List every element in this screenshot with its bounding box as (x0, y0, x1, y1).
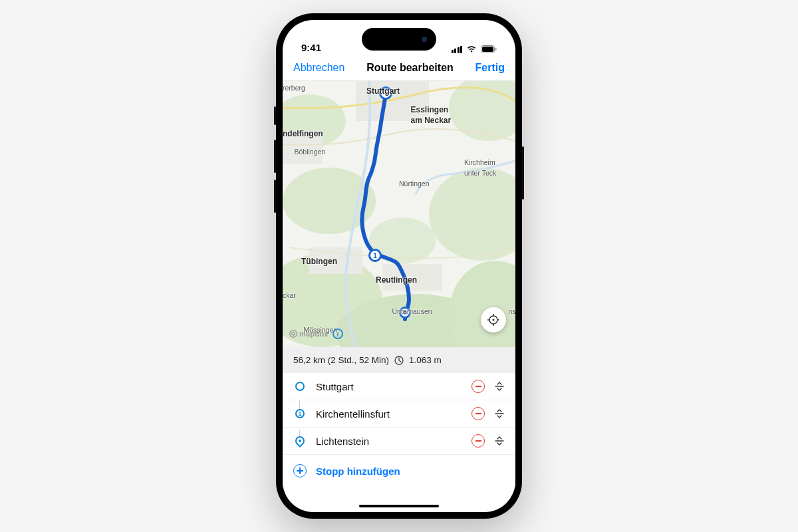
map-label-kirchheim1: Kirchheim (464, 158, 495, 166)
page-title: Route bearbeiten (366, 62, 454, 74)
stop-name: Kirchentellinsfurt (316, 408, 462, 420)
drag-handle-icon[interactable] (494, 409, 505, 418)
stop-name: Lichtenstein (316, 436, 462, 447)
map-label-esslingen1: Esslingen (411, 105, 449, 114)
map-label-sindelfingen: ndelfingen (283, 129, 323, 138)
wifi-icon (466, 45, 477, 53)
svg-point-23 (292, 332, 295, 335)
plus-circle-icon (293, 464, 307, 477)
locate-button[interactable] (481, 307, 506, 332)
home-indicator[interactable] (359, 505, 439, 507)
route-summary: 56,2 km (2 Std., 52 Min) 1.063 m (283, 347, 515, 373)
add-stop-label: Stopp hinzufügen (316, 466, 400, 477)
map-label-boeblingen: Böblingen (295, 148, 326, 156)
elevation-icon (394, 356, 404, 365)
svg-rect-1 (482, 47, 493, 52)
screen: 9:41 Abbrechen Route bearbeiten Fertig (283, 20, 515, 512)
svg-rect-2 (495, 48, 497, 51)
svg-point-22 (290, 331, 297, 338)
stop-row: Stuttgart (283, 373, 515, 400)
map-view[interactable]: 1 Stuttgart Esslingen am Neckar rerberg … (283, 81, 515, 347)
summary-elevation: 1.063 m (409, 355, 442, 365)
phone-frame: 9:41 Abbrechen Route bearbeiten Fertig (276, 13, 522, 519)
map-label-ns: ns (509, 307, 516, 315)
stops-list: Stuttgart 1 Kirchentellinsfurt Lichtenst… (283, 373, 515, 487)
delete-stop-button[interactable] (471, 407, 485, 420)
stop-row: Lichtenstein (283, 428, 515, 455)
status-time: 9:41 (301, 42, 321, 53)
add-stop-button[interactable]: Stopp hinzufügen (283, 455, 515, 487)
stop-name: Stuttgart (316, 381, 462, 392)
delete-stop-button[interactable] (471, 380, 485, 393)
stop-start-icon (293, 382, 307, 391)
map-label-tuebingen: Tübingen (301, 257, 337, 266)
done-button[interactable]: Fertig (475, 62, 505, 74)
drag-handle-icon[interactable] (494, 382, 505, 391)
delete-stop-button[interactable] (471, 434, 485, 448)
battery-icon (481, 45, 497, 53)
map-label-rerberg: rerberg (283, 84, 305, 92)
stop-row: 1 Kirchentellinsfurt (283, 400, 515, 428)
nav-bar: Abbrechen Route bearbeiten Fertig (283, 55, 515, 81)
map-label-esslingen2: am Neckar (411, 116, 452, 125)
stop-waypoint-icon: 1 (293, 409, 307, 418)
map-label-stuttgart: Stuttgart (366, 86, 400, 96)
summary-distance-time: 56,2 km (2 Std., 52 Min) (293, 355, 389, 365)
map-label-kirchheim2: unter Teck (464, 169, 496, 177)
map-label-nuertingen: Nürtingen (399, 180, 430, 188)
map-label-ckar: ckar (283, 291, 296, 299)
mapbox-attribution: mapbox (289, 330, 329, 338)
drag-handle-icon[interactable] (494, 436, 505, 446)
crosshair-icon (487, 314, 499, 326)
stop-dest-icon (293, 436, 307, 446)
dynamic-island (362, 28, 436, 51)
cancel-button[interactable]: Abbrechen (293, 62, 344, 74)
map-label-unterhausen: Unterhausen (392, 307, 432, 315)
map-info-button[interactable]: i (332, 329, 343, 339)
map-label-reutlingen: Reutlingen (376, 275, 417, 285)
cellular-icon (452, 46, 463, 53)
svg-point-17 (493, 319, 495, 321)
